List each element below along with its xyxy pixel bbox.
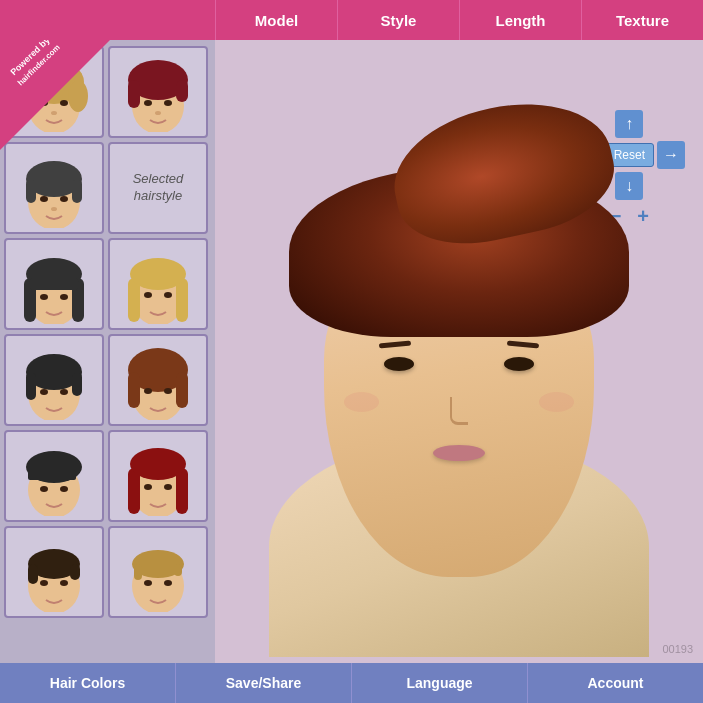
model-nose [450, 397, 468, 425]
svg-point-11 [144, 100, 152, 106]
bottom-nav-save-share[interactable]: Save/Share [176, 663, 352, 703]
bottom-nav-account[interactable]: Account [528, 663, 703, 703]
thumbnail-row-2: Selected hairstyle [4, 142, 211, 234]
svg-point-67 [144, 580, 152, 586]
svg-rect-37 [72, 372, 82, 396]
svg-point-68 [164, 580, 172, 586]
hairstyle-svg-2 [114, 48, 202, 132]
hairstyle-thumb-5[interactable] [4, 238, 104, 330]
svg-rect-36 [26, 372, 36, 400]
tab-style[interactable]: Style [337, 0, 459, 40]
model-lips [433, 445, 485, 461]
svg-point-20 [51, 207, 57, 211]
svg-point-4 [40, 100, 48, 106]
hairstyle-svg-9 [10, 432, 98, 516]
hairstyle-svg-5 [10, 240, 98, 324]
hairstyle-svg-12 [114, 528, 202, 612]
tab-model[interactable]: Model [215, 0, 337, 40]
model-left-eye [384, 357, 414, 371]
thumbnail-row-3 [4, 238, 211, 330]
model-right-eyebrow [507, 340, 539, 348]
arrow-right-button[interactable]: → [657, 141, 685, 169]
preview-area: ↑ ← Reset → ↓ − [215, 40, 703, 663]
bottom-nav-language[interactable]: Language [352, 663, 528, 703]
hairstyle-svg-3 [10, 144, 98, 228]
sidebar: Powered by hairfinder.com [0, 40, 215, 663]
hairstyle-thumb-7[interactable] [4, 334, 104, 426]
svg-rect-48 [28, 470, 76, 480]
svg-point-49 [40, 486, 48, 492]
svg-point-18 [40, 196, 48, 202]
svg-point-44 [144, 388, 152, 394]
svg-rect-59 [28, 564, 38, 584]
hairstyle-svg-1 [10, 48, 98, 132]
tab-length[interactable]: Length [459, 0, 581, 40]
svg-point-2 [20, 80, 40, 112]
selected-hairstyle-label: Selected hairstyle [116, 171, 200, 205]
svg-point-6 [51, 111, 57, 115]
hairstyle-thumb-selected[interactable]: Selected hairstyle [108, 142, 208, 234]
svg-point-38 [40, 389, 48, 395]
hairstyle-thumb-11[interactable] [4, 526, 104, 618]
thumbnail-row-6 [4, 526, 211, 618]
svg-rect-66 [174, 564, 182, 576]
svg-rect-10 [176, 80, 188, 102]
svg-point-32 [144, 292, 152, 298]
arrow-down-button[interactable]: ↓ [615, 172, 643, 200]
svg-point-61 [40, 580, 48, 586]
svg-rect-17 [72, 179, 82, 203]
hairstyle-thumb-10[interactable] [108, 430, 208, 522]
hairstyle-svg-10 [114, 432, 202, 516]
thumbnail-row-1 [4, 46, 211, 138]
svg-point-45 [164, 388, 172, 394]
svg-point-3 [68, 80, 88, 112]
svg-point-5 [60, 100, 68, 106]
hairstyle-svg-7 [10, 336, 98, 420]
hairstyle-thumb-8[interactable] [108, 334, 208, 426]
model-right-eye [504, 357, 534, 371]
svg-point-33 [164, 292, 172, 298]
hairstyle-svg-11 [10, 528, 98, 612]
svg-point-19 [60, 196, 68, 202]
svg-point-12 [164, 100, 172, 106]
arrow-up-button[interactable]: ↑ [615, 110, 643, 138]
svg-rect-43 [176, 372, 188, 408]
hairstyle-svg-6 [114, 240, 202, 324]
model-left-eyebrow [379, 340, 411, 348]
hairstyle-thumb-6[interactable] [108, 238, 208, 330]
svg-point-27 [60, 294, 68, 300]
tab-texture[interactable]: Texture [581, 0, 703, 40]
svg-rect-25 [30, 278, 78, 290]
svg-rect-16 [26, 179, 36, 203]
svg-point-54 [130, 448, 186, 480]
model-display [324, 187, 594, 577]
bottom-nav-hair-colors[interactable]: Hair Colors [0, 663, 176, 703]
svg-point-13 [155, 111, 161, 115]
svg-rect-9 [128, 80, 140, 108]
svg-rect-42 [128, 372, 140, 408]
svg-point-56 [164, 484, 172, 490]
hairstyle-thumb-12[interactable] [108, 526, 208, 618]
hairstyle-thumb-3[interactable] [4, 142, 104, 234]
thumbnail-row-4 [4, 334, 211, 426]
zoom-in-button[interactable]: + [637, 206, 649, 226]
svg-point-55 [144, 484, 152, 490]
svg-rect-60 [70, 564, 80, 580]
svg-rect-65 [134, 564, 142, 580]
svg-point-31 [130, 258, 186, 290]
hairstyle-svg-8 [114, 336, 202, 420]
svg-point-50 [60, 486, 68, 492]
bottom-nav: Hair Colors Save/Share Language Account [0, 663, 703, 703]
svg-point-62 [60, 580, 68, 586]
hairstyle-thumb-1[interactable] [4, 46, 104, 138]
hairstyle-thumb-9[interactable] [4, 430, 104, 522]
thumbnail-row-5 [4, 430, 211, 522]
svg-point-26 [40, 294, 48, 300]
hairstyle-thumb-2[interactable] [108, 46, 208, 138]
watermark: 00193 [662, 643, 693, 655]
top-nav: Model Style Length Texture [0, 0, 703, 40]
svg-point-39 [60, 389, 68, 395]
